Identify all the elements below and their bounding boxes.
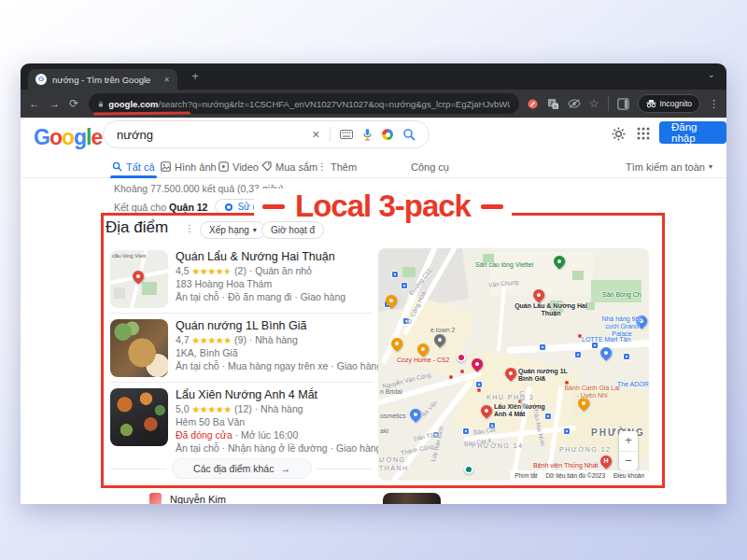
- rating-stars: ★★★★★★★★★★: [192, 267, 233, 276]
- local-listing-2[interactable]: Quán nướng 1L Bình Giã 4,7 ★★★★★★★★★★ (9…: [110, 319, 381, 377]
- eye-off-icon[interactable]: [568, 98, 581, 109]
- map-attribution: Phím tắt Dữ liệu bản đồ ©2023 Điều khoản: [510, 470, 649, 481]
- zoom-in-button[interactable]: +: [619, 431, 638, 452]
- clear-search-icon[interactable]: ✕: [312, 129, 320, 141]
- new-tab-button[interactable]: +: [187, 68, 204, 85]
- map-label: Bệnh viện Thống Nhất: [533, 462, 599, 469]
- google-logo[interactable]: Google: [34, 125, 102, 150]
- search-submit-icon[interactable]: [402, 128, 416, 141]
- listing-photo[interactable]: [110, 319, 168, 377]
- partial-result-name[interactable]: Nguyễn Kim: [170, 494, 226, 504]
- shopping-tab-icon: [261, 161, 272, 172]
- listing-name[interactable]: Quán nướng 1L Bình Giã: [176, 319, 381, 332]
- bookmark-star-icon[interactable]: ☆: [589, 98, 599, 109]
- tab-all[interactable]: Tất cả: [112, 158, 155, 175]
- search-input[interactable]: nướng ✕: [103, 120, 430, 148]
- rating-stars: ★★★★★★★★★★: [192, 405, 233, 414]
- browser-window: G nướng - Tìm trên Google ✕ + ⌄ ← → ⟳ go…: [21, 63, 726, 504]
- map-pin-cozy-home[interactable]: [457, 353, 466, 362]
- listing-photo[interactable]: [110, 388, 168, 446]
- search-query-text: nướng: [117, 128, 312, 142]
- transit-stop-icon[interactable]: [623, 353, 630, 360]
- listing-address: 1KA, Bình Giã: [176, 347, 381, 358]
- annotation-dash: [481, 204, 503, 209]
- map-road: [497, 286, 506, 351]
- more-places-label: Các địa điểm khác: [193, 463, 274, 474]
- google-lens-icon[interactable]: [382, 129, 393, 140]
- safesearch-label: Tìm kiếm an toàn: [626, 161, 705, 173]
- address-bar[interactable]: google.com/search?q=nướng&rlz=1C5CHFA_en…: [89, 93, 518, 114]
- filter-hours-button[interactable]: Giờ hoạt đ: [261, 221, 324, 239]
- local-pack-map[interactable]: H Sân cầu lông Viettel Văn Chung Sân Bón…: [378, 248, 649, 481]
- listing-map-thumbnail[interactable]: cầu lông Viett: [110, 250, 168, 308]
- review-meta: (2) · Quán ăn nhỏ: [234, 265, 312, 276]
- tab-more[interactable]: ⋮ Thêm: [317, 158, 357, 175]
- search-box-icons: ✕: [312, 127, 416, 142]
- map-terms-link[interactable]: Điều khoản: [613, 472, 644, 479]
- local-pack-annotation: Local 3-pack: [101, 189, 665, 224]
- map-label: e.town 2: [430, 327, 455, 334]
- transit-stop-icon[interactable]: [539, 343, 546, 351]
- transit-stop-icon[interactable]: [391, 271, 399, 278]
- thumb-building: [114, 287, 125, 299]
- browser-tab[interactable]: G nướng - Tìm trên Google ✕: [28, 69, 177, 90]
- poi-dot: [477, 388, 481, 392]
- screenshot-canvas: G nướng - Tìm trên Google ✕ + ⌄ ← → ⟳ go…: [0, 0, 747, 560]
- tab-shopping[interactable]: Mua sắm: [261, 158, 317, 175]
- transit-stop-icon[interactable]: [462, 427, 470, 435]
- tools-button[interactable]: Công cụ: [411, 158, 449, 175]
- transit-stop-icon[interactable]: [475, 381, 483, 388]
- filter-rating-button[interactable]: Xếp hạng ▾: [200, 221, 266, 239]
- more-places-line: [110, 469, 166, 469]
- listing-name[interactable]: Lẩu Xiên Nướng Anh 4 Mắt: [176, 388, 381, 401]
- listing-separator: [110, 313, 374, 314]
- local-pack-menu-icon[interactable]: ⋮: [185, 223, 194, 233]
- listing-name[interactable]: Quán Lẩu & Nướng Hai Thuận: [176, 250, 381, 263]
- map-area-label: KHU PHỐ 3: [486, 394, 534, 401]
- back-button[interactable]: ←: [28, 97, 41, 110]
- map-pin-hospital[interactable]: H: [599, 454, 614, 469]
- map-label: Cozy Home - CS2: [397, 357, 449, 364]
- transit-stop-icon[interactable]: [574, 351, 582, 358]
- tab-search-chevron-icon[interactable]: ⌄: [708, 69, 715, 79]
- map-pin-teal[interactable]: [464, 465, 473, 474]
- map-shortcuts-link[interactable]: Phím tắt: [514, 472, 537, 479]
- toolbar-divider: [608, 96, 609, 111]
- side-panel-icon[interactable]: [617, 98, 629, 110]
- voice-search-icon[interactable]: [362, 128, 373, 141]
- logo-letter: e: [91, 125, 102, 149]
- signin-button[interactable]: Đăng nhập: [659, 121, 726, 144]
- arrow-right-icon: →: [280, 463, 290, 474]
- local-pack-title: Địa điểm: [106, 218, 168, 237]
- keyboard-icon[interactable]: [340, 130, 353, 139]
- map-area-label: ƯỜNG THÀNH: [379, 455, 405, 472]
- incognito-badge: Incognito: [638, 94, 701, 113]
- tab-video[interactable]: Video: [218, 158, 259, 175]
- annotation-dash: [262, 204, 285, 209]
- tab-close-icon[interactable]: ✕: [163, 76, 170, 84]
- translate-icon[interactable]: A 文: [547, 98, 559, 110]
- safesearch-dropdown[interactable]: Tìm kiếm an toàn ▾: [626, 158, 712, 175]
- map-label: LOTTE Mart Tân: [582, 336, 630, 343]
- transit-stop-icon[interactable]: [563, 427, 571, 435]
- tab-more-label: Thêm: [331, 161, 357, 173]
- browser-menu-icon[interactable]: ⋮: [709, 98, 719, 110]
- tab-images[interactable]: Hình ảnh: [161, 158, 217, 175]
- more-places-button[interactable]: Các địa điểm khác →: [172, 458, 312, 479]
- safesearch-caret-icon: ▾: [709, 162, 712, 171]
- search-tab-icon: [112, 161, 122, 172]
- filter-rating-label: Xếp hạng: [209, 225, 249, 235]
- reload-button[interactable]: ⟳: [67, 97, 80, 110]
- blocked-content-icon[interactable]: [527, 98, 539, 110]
- zoom-out-button[interactable]: −: [619, 452, 638, 471]
- transit-stop-icon[interactable]: [401, 282, 408, 289]
- map-label: Quán Lẩu & Nướng Hai Thuận: [514, 302, 587, 317]
- local-listing-1[interactable]: cầu lông Viett Quán Lẩu & Nướng Hai Thuậ…: [110, 250, 381, 308]
- settings-gear-icon[interactable]: [612, 127, 626, 141]
- google-apps-grid-icon[interactable]: [637, 127, 650, 140]
- poi-dot: [449, 375, 453, 379]
- opens-at: · Mở lúc 16:00: [233, 429, 299, 441]
- map-zoom-control[interactable]: + −: [619, 431, 638, 470]
- forward-button[interactable]: →: [48, 97, 61, 110]
- local-listing-3[interactable]: Lẩu Xiên Nướng Anh 4 Mắt 5,0 ★★★★★★★★★★ …: [110, 388, 381, 446]
